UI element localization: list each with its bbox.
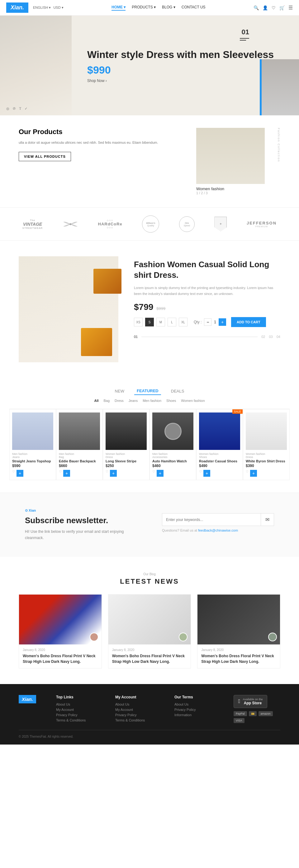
blog-card[interactable]: January 8, 2020 Women's Boho Dress Flora… bbox=[19, 594, 102, 669]
tab-deals[interactable]: DEALS bbox=[168, 388, 187, 395]
product-price: $390 bbox=[246, 464, 287, 468]
blog-avatar bbox=[268, 632, 277, 641]
add-product-button[interactable]: + bbox=[110, 470, 117, 477]
newsletter-section: ⊙ Xian Subscribe newsletter. Hi! Use the… bbox=[0, 493, 299, 557]
product-category: Women fashion bbox=[199, 453, 240, 456]
search-icon[interactable]: 🔍 bbox=[254, 5, 259, 10]
logo[interactable]: Xian. bbox=[6, 2, 28, 13]
menu-icon[interactable]: ☰ bbox=[289, 5, 293, 10]
add-product-button[interactable]: + bbox=[16, 470, 23, 477]
social-icon-1[interactable]: ◎ bbox=[6, 106, 9, 111]
nav-contact[interactable]: CONTACT US bbox=[181, 5, 205, 10]
filter-shoes[interactable]: Shoes bbox=[166, 399, 176, 403]
app-store-text: Available on the App Store bbox=[243, 698, 263, 705]
app-store-button[interactable]:  Available on the App Store bbox=[234, 695, 267, 708]
product-actions: ♡ + bbox=[152, 470, 193, 477]
filter-dress[interactable]: Dress bbox=[114, 399, 124, 403]
size-m[interactable]: M bbox=[156, 318, 165, 327]
currency-selector[interactable]: USD ▾ bbox=[53, 6, 63, 10]
brand-wings bbox=[63, 219, 78, 229]
cart-icon[interactable]: 🛒 bbox=[279, 5, 285, 10]
tab-new[interactable]: NEW bbox=[112, 388, 127, 395]
brand-vintage: The VINTAGE STREETWEAR bbox=[23, 219, 43, 229]
user-icon[interactable]: 👤 bbox=[263, 5, 268, 10]
product-card: Men fashion Accessories Auto Hamilton Wa… bbox=[150, 409, 196, 480]
wishlist-action-icon: ♡ bbox=[246, 470, 248, 477]
footer-link[interactable]: Privacy Policy bbox=[56, 713, 103, 717]
newsletter-right: ✉ Questions? Email us at feedback@chinaw… bbox=[162, 508, 274, 532]
nav-products[interactable]: PRODUCTS ▾ bbox=[132, 5, 156, 10]
slide-num-2[interactable]: 02 bbox=[261, 335, 265, 339]
footer-link[interactable]: Privacy Policy bbox=[115, 713, 162, 717]
filter-women-fashion[interactable]: Women fashion bbox=[181, 399, 205, 403]
add-to-cart-button[interactable]: ADD TO CART bbox=[231, 317, 266, 327]
lang-selector[interactable]: ENGLISH ▾ bbox=[33, 6, 51, 10]
payment-card: 💳 bbox=[249, 711, 257, 716]
filter-bag[interactable]: Bag bbox=[104, 399, 110, 403]
hero-price: $990 bbox=[87, 64, 287, 76]
wishlist-icon[interactable]: ♡ bbox=[272, 5, 276, 10]
product-price: $250 bbox=[106, 464, 147, 468]
product-actions: ♡ + bbox=[199, 470, 240, 477]
product-card: Men fashion Jeans Straight Jeans Topshop… bbox=[9, 409, 56, 480]
add-product-button[interactable]: + bbox=[157, 470, 164, 477]
add-product-button[interactable]: + bbox=[203, 470, 210, 477]
filter-all[interactable]: All bbox=[94, 399, 98, 403]
qty-minus[interactable]: − bbox=[204, 318, 211, 326]
filter-jeans[interactable]: Jeans bbox=[129, 399, 138, 403]
footer-link[interactable]: Terms & Conditions bbox=[56, 718, 103, 722]
social-icon-4[interactable]: ✓ bbox=[25, 106, 27, 111]
add-product-button[interactable]: + bbox=[250, 470, 257, 477]
social-icon-2[interactable]: ℗ bbox=[12, 106, 16, 111]
blog-card[interactable]: January 8, 2020 Women's Boho Dress Flora… bbox=[108, 594, 191, 669]
footer-link[interactable]: My Account bbox=[56, 708, 103, 712]
blog-post-title: Women's Boho Dress Floral Print V Neck S… bbox=[201, 653, 276, 664]
newsletter-brand-label: ⊙ Xian bbox=[25, 508, 137, 513]
product-orig-price: $999 bbox=[156, 306, 165, 311]
product-type: Dress bbox=[106, 456, 147, 459]
blog-post-date: January 8, 2020 bbox=[201, 648, 276, 652]
size-l[interactable]: L bbox=[168, 318, 176, 327]
social-icon-3[interactable]: 𝕋 bbox=[19, 106, 22, 111]
footer-link[interactable]: Terms & Conditions bbox=[115, 718, 162, 722]
featured-product-image bbox=[196, 128, 265, 184]
slide-num-4[interactable]: 04 bbox=[276, 335, 280, 339]
footer-link[interactable]: About Us bbox=[115, 703, 162, 706]
blog-post-date: January 8, 2020 bbox=[112, 648, 187, 652]
brand-wilsons: Wilson's Quality bbox=[142, 215, 159, 232]
footer-link[interactable]: Privacy Policy bbox=[174, 708, 221, 712]
filter-men-fashion[interactable]: Men fashion bbox=[143, 399, 161, 403]
product-image bbox=[246, 412, 287, 450]
size-xs[interactable]: XS bbox=[134, 318, 143, 327]
footer-link[interactable]: About Us bbox=[56, 703, 103, 706]
tab-featured[interactable]: FEATURED bbox=[134, 387, 161, 395]
footer-logo[interactable]: Xian. bbox=[19, 695, 36, 703]
blog-card[interactable]: January 8, 2020 Women's Boho Dress Flora… bbox=[197, 594, 280, 669]
slide-num-3[interactable]: 03 bbox=[269, 335, 273, 339]
product-name: Straight Jeans Topshop bbox=[12, 459, 53, 463]
size-selector: XS S M L XL Qty : − 1 + ADD TO CART bbox=[134, 317, 280, 327]
view-all-products-button[interactable]: VIEW ALL PRODUCTS bbox=[19, 152, 71, 161]
qty-plus[interactable]: + bbox=[219, 318, 226, 326]
slide-num-1[interactable]: 01 bbox=[134, 335, 138, 339]
newsletter-submit-button[interactable]: ✉ bbox=[261, 514, 274, 526]
size-xl[interactable]: XL bbox=[179, 318, 188, 327]
footer-link[interactable]: About Us bbox=[174, 703, 221, 706]
blog-post-title: Women's Boho Dress Floral Print V Neck S… bbox=[112, 653, 187, 664]
hero-shop-now[interactable]: Shop Now › bbox=[87, 79, 287, 83]
wishlist-action-icon: ♡ bbox=[199, 470, 202, 477]
nav-home[interactable]: HOME ▾ bbox=[111, 5, 126, 10]
size-s[interactable]: S bbox=[145, 318, 154, 327]
footer-link[interactable]: My Account bbox=[115, 708, 162, 712]
newsletter-title: Subscribe newsletter. bbox=[25, 516, 137, 525]
our-products-section: Our Products ulla a dolor sit augue vehi… bbox=[0, 115, 299, 207]
newsletter-email-input[interactable] bbox=[162, 514, 261, 526]
nav-blog[interactable]: BLOG ▾ bbox=[162, 5, 175, 10]
product-name: Long Sleeve Stripe bbox=[106, 459, 147, 463]
add-product-button[interactable]: + bbox=[63, 470, 70, 477]
product-detail-desc: Lorem ipsum is simply dummy text of the … bbox=[134, 285, 280, 298]
blog-post-image bbox=[19, 595, 102, 645]
footer-link[interactable]: Information bbox=[174, 713, 221, 717]
products-text: Our Products ulla a dolor sit augue vehi… bbox=[19, 128, 184, 161]
newsletter-email-link[interactable]: feedback@chinawise.com bbox=[198, 528, 238, 532]
